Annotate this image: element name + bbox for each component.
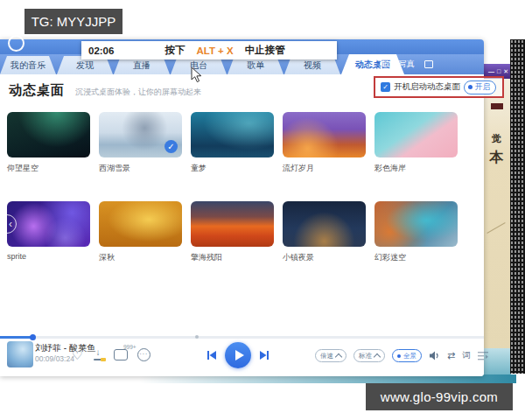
quality-button[interactable]: 标准 <box>354 349 385 362</box>
volume-icon[interactable] <box>429 351 440 360</box>
takeover-hotkey: ALT + X <box>196 46 233 56</box>
song-action-icons: ♡ ↓ 999+ ··· <box>72 348 150 361</box>
text-fragment: 本 <box>482 149 511 167</box>
toggle-dot-icon <box>468 85 472 89</box>
takeover-notice-bar: 02:06 按下 ALT + X 中止接管 <box>81 41 337 60</box>
wallpaper-card[interactable]: 小镇夜景 <box>283 201 366 263</box>
previous-track-icon[interactable] <box>206 350 217 360</box>
wallpaper-name: 仰望星空 <box>7 163 90 174</box>
speed-label: 倍速 <box>320 352 333 360</box>
next-track-icon[interactable] <box>259 350 270 360</box>
takeover-time: 02:06 <box>88 46 114 56</box>
wallpaper-thumbnail[interactable] <box>191 201 274 247</box>
panorama-dot-icon <box>397 354 401 358</box>
wallpaper-thumbnail[interactable] <box>99 201 182 247</box>
speed-button[interactable]: 倍速 <box>315 349 346 362</box>
autostart-label: 开机启动动态桌面 <box>394 81 460 93</box>
chevron-up-icon <box>374 353 381 360</box>
autostart-checkbox[interactable]: ✓ <box>381 82 390 92</box>
play-icon <box>235 350 244 360</box>
close-icon[interactable]: ✕ <box>503 68 508 74</box>
screen: TG: MYYJJPP — □ ✕ 觉 本 02:06 按下 ALT + X 中… <box>0 0 525 420</box>
quality-label: 标准 <box>359 352 372 360</box>
album-art[interactable] <box>7 341 33 368</box>
wallpaper-thumbnail[interactable] <box>374 201 458 247</box>
wallpaper-thumbnail[interactable] <box>374 112 458 158</box>
wallpaper-thumbnail[interactable] <box>283 112 366 158</box>
app-logo-icon <box>8 35 24 52</box>
more-icon[interactable]: ··· <box>137 348 150 361</box>
tg-watermark: TG: MYYJJPP <box>24 9 122 34</box>
wallpaper-card[interactable]: 童梦 <box>191 112 274 174</box>
dynamic-desktop-panel: 动态桌面 沉浸式桌面体验，让你的屏幕动起来 ✓ 开机启动动态桌面 开启 仰望星空… <box>0 74 484 337</box>
page-title: 动态桌面 <box>9 82 65 99</box>
tab-我的音乐[interactable]: 我的音乐 <box>0 56 56 74</box>
maximize-icon[interactable]: □ <box>497 68 500 74</box>
takeover-press-label: 按下 <box>164 44 185 57</box>
progress-marker <box>195 335 199 339</box>
wallpaper-grid: 仰望星空✓西湖雪景童梦流灯岁月彩色海岸‹sprite深秋擎海残阳小镇夜景幻彩迷空 <box>7 112 458 263</box>
wallpaper-card[interactable]: 彩色海岸 <box>374 112 458 174</box>
player-settings: 倍速 标准 全景 ⇄ 词 <box>315 349 488 362</box>
panorama-label: 全景 <box>403 352 416 360</box>
playback-controls <box>206 342 270 368</box>
download-arrow: ↓ <box>96 347 101 357</box>
wallpaper-name: 彩色海岸 <box>374 163 458 174</box>
wallpaper-thumbnail[interactable] <box>283 201 366 247</box>
like-icon[interactable]: ♡ <box>72 349 83 361</box>
wallpaper-name: 西湖雪景 <box>99 163 182 174</box>
wallpaper-thumbnail[interactable] <box>7 112 90 158</box>
wallpaper-card[interactable]: ‹sprite <box>7 201 90 263</box>
wallpaper-card[interactable]: ✓西湖雪景 <box>99 112 182 174</box>
comment-icon[interactable]: 999+ <box>114 349 128 360</box>
comment-count-badge: 999+ <box>123 344 136 350</box>
dynamic-desktop-toggle[interactable]: 开启 <box>464 80 496 94</box>
download-icon[interactable]: ↓ <box>93 349 104 360</box>
wallpaper-card[interactable]: 深秋 <box>99 201 182 263</box>
decorative-line <box>486 222 505 234</box>
play-mode-icon[interactable]: ⇄ <box>447 350 455 361</box>
wallpaper-card[interactable]: 擎海残阳 <box>191 201 274 263</box>
wallpaper-name: 深秋 <box>99 252 182 263</box>
playback-time: 00:09/03:24 <box>35 354 74 363</box>
skin-icon[interactable] <box>424 60 433 68</box>
carousel-prev-icon[interactable]: ‹ <box>7 214 17 234</box>
lyrics-photo-button[interactable]: ☰ 歌词写真 <box>370 59 433 70</box>
annotation-highlight-box: ✓ 开机启动动态桌面 开启 <box>374 76 504 98</box>
progress-fill <box>0 336 32 339</box>
wallpaper-card[interactable]: 幻彩迷空 <box>374 201 458 263</box>
wallpaper-name: 流灯岁月 <box>283 163 366 174</box>
play-button[interactable] <box>225 342 251 368</box>
toggle-label: 开启 <box>475 82 490 93</box>
playlist-icon[interactable] <box>478 351 488 360</box>
background-window-content: 觉 本 <box>482 79 511 348</box>
wallpaper-name: 擎海残阳 <box>191 252 274 263</box>
wallpaper-name: 幻彩迷空 <box>374 252 458 263</box>
player-bar: 刘妤菲 - 酸菜鱼 00:09/03:24 ♡ ↓ 999+ ··· <box>0 337 484 376</box>
lyrics-toggle[interactable]: 词 <box>462 350 471 361</box>
panorama-button[interactable]: 全景 <box>392 349 422 362</box>
minimize-icon[interactable]: — <box>488 68 494 74</box>
takeover-stop-label: 中止接管 <box>245 44 285 57</box>
lyrics-photo-label: 歌词写真 <box>382 59 415 70</box>
wallpaper-thumbnail[interactable] <box>191 112 274 158</box>
wallpaper-name: 小镇夜景 <box>283 252 366 263</box>
hamburger-icon: ☰ <box>370 60 377 68</box>
wallpaper-thumbnail[interactable]: ‹ <box>7 201 90 247</box>
text-fragment: 觉 <box>482 132 511 145</box>
page-head: 动态桌面 沉浸式桌面体验，让你的屏幕动起来 <box>9 82 201 99</box>
music-app-window: 02:06 按下 ALT + X 中止接管 我的音乐发现直播电台歌单视频动态桌面… <box>0 39 484 376</box>
wallpaper-card[interactable]: 仰望星空 <box>7 112 90 174</box>
download-vip-badge <box>101 358 106 361</box>
progress-handle[interactable] <box>30 334 36 340</box>
wallpaper-thumbnail[interactable]: ✓ <box>99 112 182 158</box>
wallpaper-name: sprite <box>7 252 90 261</box>
progress-bar[interactable] <box>0 336 484 339</box>
mouse-cursor <box>191 66 203 83</box>
text-block-fragment <box>491 103 503 109</box>
selected-check-icon: ✓ <box>164 140 178 153</box>
wallpaper-card[interactable]: 流灯岁月 <box>283 112 366 174</box>
chevron-up-icon <box>335 353 342 360</box>
wallpaper-name: 童梦 <box>191 163 274 174</box>
desktop-wallpaper-edge <box>510 39 525 374</box>
